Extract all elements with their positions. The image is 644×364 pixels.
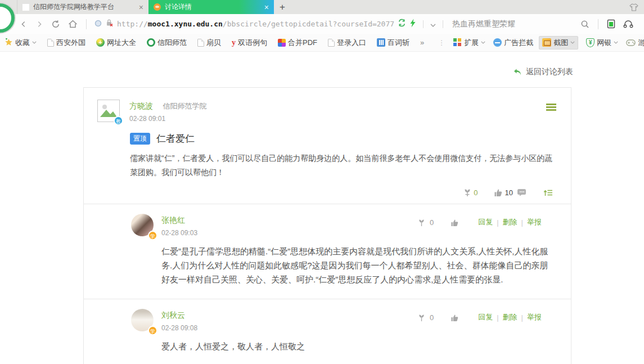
report-link[interactable]: 举报 [527,312,542,322]
baicizhan-icon [377,38,385,47]
pinned-badge: 置顶 [130,133,150,145]
search-icon[interactable] [580,20,589,29]
bookmark-label: 百词斩 [388,38,409,48]
reply-links: 回复 | 删除 | 举报 [478,312,542,322]
bookmark-label: 登录入口 [337,38,366,48]
avatar[interactable]: 学 [131,214,154,236]
page-content: 返回讨论列表 教 方晓波 信阳师范学院 02-28 09:01 [0,52,644,364]
insecure-lock-icon[interactable] [105,19,114,29]
bookmark-label: 信阳师范 [157,38,187,48]
bookmark-baicizhan[interactable]: 百词斩 [377,38,409,48]
games-button[interactable]: 游戏 [626,38,644,48]
bookmark-favorites[interactable]: 收藏 [4,38,37,48]
clipboard-collector-icon[interactable] [607,19,615,29]
screenshot-button[interactable]: 截图 [539,36,578,50]
extension-label: 网银 [597,38,611,48]
author-name[interactable]: 刘秋云 [161,311,197,321]
post-menu-icon[interactable] [546,100,556,123]
bookmark-label: 网址大全 [107,38,136,48]
flower-stat[interactable]: 0 [418,313,434,322]
extension-label: 广告拦截 [504,38,533,48]
like-icon[interactable] [451,217,459,227]
reply-item: 学 刘秋云 02-28 09:08 0 回复 [84,299,571,364]
bookmark-shanbay[interactable]: 扇贝 [197,38,221,48]
report-link[interactable]: 举报 [527,217,542,227]
reply-time: 02-28 09:08 [161,324,197,332]
back-to-list-link[interactable]: 返回讨论列表 [513,67,573,77]
blank-favicon-icon [22,4,29,11]
url-path: /bbscircle/gettopicdetail?courseId=2077 [223,20,394,28]
author-school: 信阳师范学院 [163,102,206,110]
drag-handle-icon[interactable]: ⋮ [438,39,445,47]
avatar[interactable]: 学 [131,309,154,331]
extension-label: 游戏 [638,38,644,48]
bookmark-label: 收藏 [15,38,30,48]
back-icon[interactable] [20,20,28,28]
extensions-icon [453,38,462,47]
home-icon[interactable] [68,20,78,29]
url-domain: mooc1.xynu.edu.cn [148,20,223,28]
reply-body: 爱人者，人恒爱之，敬人者，人恒敬之 [161,339,555,353]
screenshot-icon [542,38,551,47]
new-tab-button[interactable]: + [274,0,291,14]
bookmark-xynu[interactable]: 信阳师范 [147,38,187,48]
reader-mode-icon[interactable] [94,19,102,29]
reply-link[interactable]: 回复 [478,217,493,227]
dropdown-chevron-icon[interactable] [430,19,436,29]
sort-top-icon[interactable] [543,188,553,197]
flower-stat[interactable]: 0 [463,188,478,197]
discussion-card: 教 方晓波 信阳师范学院 02-28 09:01 置顶 仁者爱仁 儒家讲就“仁”… [83,87,571,364]
avatar[interactable]: 教 [97,100,120,122]
role-badge: 学 [148,326,157,335]
address-bar[interactable]: http://mooc1.xynu.edu.cn/bbscircle/getto… [94,19,447,30]
tab-teaching-platform[interactable]: 信阳师范学院网络教学平台 × [17,0,148,14]
theme-skin-icon[interactable] [629,0,638,14]
delete-link[interactable]: 删除 [503,217,517,227]
headphones-icon[interactable] [623,20,633,29]
translate-refresh-icon[interactable] [398,19,406,29]
extension-label: 截图 [553,38,568,48]
bookmark-site-directory[interactable]: + 网址大全 [96,38,136,48]
flower-count: 0 [430,218,434,227]
page-icon [47,39,54,47]
bookmark-login-portal[interactable]: 登录入口 [328,38,366,48]
flower-stat[interactable]: 0 [418,218,434,227]
bookmark-xian-foreign[interactable]: 西安外国 [47,38,85,48]
refresh-icon[interactable] [51,20,60,29]
back-to-list-label: 返回讨论列表 [526,67,573,77]
reply-body: 仁爱”是孔子儒学思想的精髓.“仁爱”思想体现的主要内容就是现代我们所讲的人文关系… [161,244,555,286]
search-input[interactable]: 热血再燃重塑荣耀 [452,19,515,29]
adblock-button[interactable]: 广告拦截 [493,38,533,48]
bookmark-bilingual-examples[interactable]: y 双语例句 [232,38,267,48]
extension-zone: ⋮ 扩展 广告拦截 截图 ¥ 网银 游戏 登录管家 [435,36,644,50]
bookmark-label: 西安外国 [56,38,85,48]
reply-link[interactable]: 回复 [478,312,493,322]
author-name[interactable]: 方晓波 [129,101,153,110]
ebank-button[interactable]: ¥ 网银 [586,38,618,48]
close-tab-icon[interactable]: × [139,3,143,11]
bookmarks-bar: 收藏 西安外国 + 网址大全 信阳师范 扇贝 y 双语例句 合并PDF 登录入口… [0,34,644,52]
navsite-icon: + [96,38,105,47]
main-post: 教 方晓波 信阳师范学院 02-28 09:01 置顶 仁者爱仁 儒家讲就“仁”… [84,88,571,204]
speed-bolt-icon[interactable] [409,19,416,30]
extensions-button[interactable]: 扩展 [453,38,485,48]
youdao-icon: y [232,38,236,47]
post-stats: 0 10 [97,188,556,197]
reply-item: 学 张艳红 02-28 09:03 0 回复 [84,204,571,299]
delete-link[interactable]: 删除 [503,312,517,322]
like-count: 10 [505,188,513,197]
url-text[interactable]: http://mooc1.xynu.edu.cn/bbscircle/getto… [117,20,394,28]
forward-icon[interactable] [35,20,43,28]
like-icon[interactable] [451,312,459,322]
bookmark-merge-pdf[interactable]: 合并PDF [278,38,317,48]
xynu-icon [147,38,155,47]
tab-discussion-detail[interactable]: 讨论详情 × [148,0,274,14]
extension-label: 扩展 [464,38,479,48]
like-stat[interactable]: 10 [494,188,526,197]
pdf-tool-icon [278,39,286,47]
close-tab-icon[interactable]: × [264,3,269,11]
page-icon [197,39,204,47]
bookmarks-overflow-icon[interactable]: » [420,38,424,47]
flower-count: 0 [474,188,478,197]
author-name[interactable]: 张艳红 [161,215,197,226]
